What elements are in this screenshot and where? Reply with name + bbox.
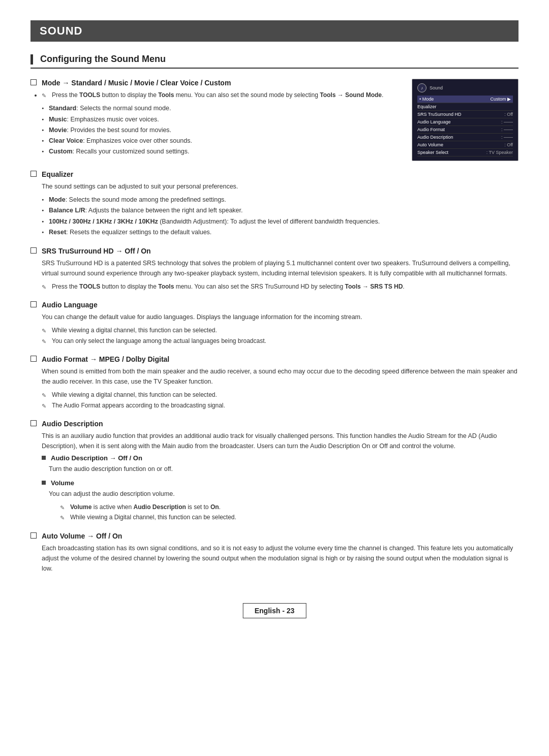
audio-lang-note-1: While viewing a digital channel, this fu… — [42, 325, 518, 335]
audio-desc-section: Audio Description This is an auxiliary a… — [30, 420, 518, 523]
tv-menu-row-autovolume: Auto Volume: Off — [417, 141, 513, 149]
equalizer-section: Equalizer The sound settings can be adju… — [30, 170, 518, 238]
audio-lang-section: Audio Language You can change the defaul… — [30, 301, 518, 346]
audio-format-section: Audio Format → MPEG / Dolby Digital When… — [30, 355, 518, 411]
tv-menu-row-mode: • ModeCustom ▶ — [417, 96, 513, 103]
auto-volume-title: Auto Volume → Off / On — [30, 532, 518, 540]
section-heading-bar — [30, 54, 33, 65]
equalizer-bullet-mode: Mode: Selects the sound mode among the p… — [42, 195, 518, 205]
section-heading-text: Configuring the Sound Menu — [40, 54, 166, 65]
mode-title: Mode → Standard / Music / Movie / Clear … — [30, 79, 396, 87]
equalizer-bullet-list: Mode: Selects the sound mode among the p… — [42, 195, 518, 238]
tv-menu-title-row: ♪ Sound — [417, 83, 513, 92]
audio-lang-note-2: You can only select the language among t… — [42, 336, 518, 346]
audio-desc-volume-sq — [42, 481, 46, 485]
audio-desc-checkbox — [30, 420, 37, 426]
tv-menu-row-srs: SRS TruSurround HD: Off — [417, 111, 513, 118]
audio-desc-onoff-section: Audio Description → Off / On Turn the au… — [42, 454, 518, 474]
equalizer-checkbox — [30, 171, 37, 177]
mode-section: Mode → Standard / Music / Movie / Clear … — [30, 79, 518, 161]
srs-note: Press the TOOLS button to display the To… — [42, 281, 518, 292]
tv-menu-row-equalizer: Equalizer — [417, 103, 513, 111]
tv-menu-label: Sound — [430, 85, 443, 90]
audio-format-note-list: While viewing a digital channel, this fu… — [42, 390, 518, 411]
audio-desc-volume-notes: Volume is active when Audio Description … — [60, 502, 518, 523]
audio-lang-checkbox — [30, 301, 37, 307]
tv-menu-row-audioformat: Audio Format: —— — [417, 126, 513, 134]
equalizer-title: Equalizer — [30, 170, 518, 178]
tv-menu-image: ♪ Sound • ModeCustom ▶ Equalizer SRS Tru… — [412, 79, 518, 161]
mode-bullet-music: Music: Emphasizes music over voices. — [42, 114, 396, 125]
mode-bullet-clearvoice: Clear Voice: Emphasizes voice over other… — [42, 136, 396, 146]
audio-desc-volume-title: Volume — [42, 479, 518, 487]
audio-desc-onoff-sq — [42, 456, 46, 460]
auto-volume-body: Each broadcasting station has its own si… — [42, 543, 518, 574]
mode-bullet-list: Standard: Selects the normal sound mode.… — [42, 103, 396, 157]
auto-volume-title-text: Auto Volume → Off / On — [42, 532, 122, 540]
mode-note-item: Press the TOOLS button to display the To… — [42, 90, 396, 100]
audio-lang-title-text: Audio Language — [42, 301, 98, 309]
srs-body: SRS TruSurround HD is a patented SRS tec… — [42, 258, 518, 278]
audio-format-body: When sound is emitted from both the main… — [42, 366, 518, 387]
equalizer-bullet-balance: Balance L/R: Adjusts the balance between… — [42, 205, 518, 216]
srs-title-text: SRS TruSurround HD → Off / On — [42, 247, 151, 255]
mode-checkbox — [30, 79, 37, 85]
mode-bullet-standard: Standard: Selects the normal sound mode. — [42, 103, 396, 114]
auto-volume-section: Auto Volume → Off / On Each broadcasting… — [30, 532, 518, 574]
tv-menu-icon: ♪ — [417, 83, 426, 92]
equalizer-body: The sound settings can be adjusted to su… — [42, 181, 518, 192]
audio-desc-onoff-title-text: Audio Description → Off / On — [51, 454, 142, 462]
audio-desc-volume-section: Volume You can adjust the audio descript… — [42, 479, 518, 523]
audio-desc-volume-body: You can adjust the audio description vol… — [49, 489, 518, 499]
srs-checkbox — [30, 247, 37, 254]
audio-lang-body: You can change the default value for aud… — [42, 312, 518, 322]
mode-title-text: Mode → Standard / Music / Movie / Clear … — [42, 79, 231, 87]
mode-note-list: Press the TOOLS button to display the To… — [42, 90, 396, 100]
audio-desc-onoff-body: Turn the audio description function on o… — [49, 464, 518, 474]
audio-format-checkbox — [30, 356, 37, 362]
tv-menu-row-audiodesc: Audio Description: —— — [417, 134, 513, 141]
page-title: SOUND — [30, 20, 518, 42]
audio-lang-title: Audio Language — [30, 301, 518, 309]
audio-desc-title-text: Audio Description — [42, 420, 103, 428]
tv-menu-wrapper: ♪ Sound • ModeCustom ▶ Equalizer SRS Tru… — [412, 79, 518, 161]
audio-desc-title: Audio Description — [30, 420, 518, 428]
audio-desc-volume-note-2: While viewing a Digital channel, this fu… — [60, 512, 518, 522]
srs-note-list: Press the TOOLS button to display the To… — [42, 281, 518, 292]
equalizer-bullet-bandwidth: 100Hz / 300Hz / 1KHz / 3KHz / 10KHz (Ban… — [42, 216, 518, 227]
audio-desc-body: This is an auxiliary audio function that… — [42, 431, 518, 451]
srs-title: SRS TruSurround HD → Off / On — [30, 247, 518, 255]
auto-volume-checkbox — [30, 532, 37, 539]
equalizer-title-text: Equalizer — [42, 170, 73, 178]
tv-menu-row-audiolang: Audio Language: —— — [417, 118, 513, 126]
mode-bullet-movie: Movie: Provides the best sound for movie… — [42, 125, 396, 136]
page-footer: English - 23 — [243, 603, 307, 618]
audio-format-title: Audio Format → MPEG / Dolby Digital — [30, 355, 518, 363]
mode-bullet-custom: Custom: Recalls your customized sound se… — [42, 146, 396, 157]
audio-format-note-2: The Audio Format appears according to th… — [42, 400, 518, 411]
audio-desc-onoff-title: Audio Description → Off / On — [42, 454, 518, 462]
audio-desc-volume-note-1: Volume is active when Audio Description … — [60, 502, 518, 512]
equalizer-bullet-reset: Reset: Resets the equalizer settings to … — [42, 227, 518, 238]
audio-lang-note-list: While viewing a digital channel, this fu… — [42, 325, 518, 346]
audio-format-title-text: Audio Format → MPEG / Dolby Digital — [42, 355, 169, 363]
srs-section: SRS TruSurround HD → Off / On SRS TruSur… — [30, 247, 518, 292]
audio-format-note-1: While viewing a digital channel, this fu… — [42, 390, 518, 400]
mode-text-block: Mode → Standard / Music / Movie / Clear … — [30, 79, 412, 161]
section-heading: Configuring the Sound Menu — [30, 54, 518, 69]
tv-menu-row-speakerselect: Speaker Select: TV Speaker — [417, 149, 513, 156]
audio-desc-volume-title-text: Volume — [51, 479, 74, 487]
